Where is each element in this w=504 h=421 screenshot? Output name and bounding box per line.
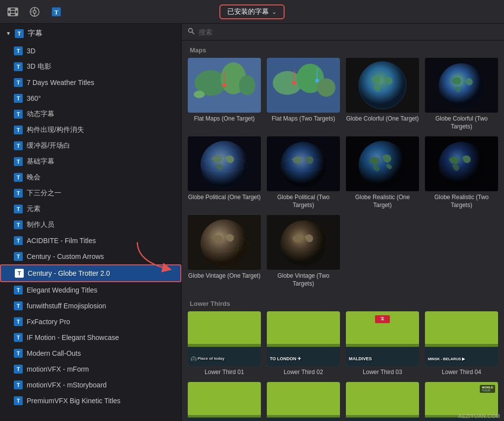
thumb-label: Flat Maps (One Target) [194, 115, 254, 123]
thumb-lt-01: Place of today [188, 311, 261, 366]
music-icon[interactable] [28, 5, 42, 19]
grid-item-globe-colorful-two[interactable]: Globe Colorful (Two Targets) [425, 58, 498, 130]
sidebar-item-dynamic[interactable]: T 动态字幕 [0, 106, 181, 122]
sidebar-item-party[interactable]: T 晚会 [0, 169, 181, 185]
maps-section-header: Maps [182, 41, 504, 58]
svg-point-36 [439, 63, 485, 109]
sidebar-item-component[interactable]: T 构件出现/构件消失 [0, 122, 181, 138]
thumb-label: Lower Third 01 [205, 369, 244, 377]
sidebar-item-label: 动态字幕 [27, 110, 175, 119]
toolbar-icons: T [6, 5, 63, 19]
sidebar-item-label: 元素 [27, 205, 175, 213]
sidebar-item-if-motion[interactable]: T IF Motion - Elegant Showcase [0, 330, 181, 345]
svg-point-20 [239, 75, 255, 95]
grid-item-lt-02[interactable]: TO LONDON ✈ Lower Third 02 [267, 311, 340, 377]
svg-rect-7 [8, 14, 10, 15]
thumb-globe-colorful-two [425, 58, 498, 113]
svg-point-45 [359, 141, 406, 188]
title-icon[interactable]: T [49, 5, 63, 19]
sidebar-item-credits[interactable]: T 制作人员 [0, 217, 181, 233]
thumb-lt-02: TO LONDON ✈ [267, 311, 340, 366]
sidebar-item-elements[interactable]: T 元素 [0, 201, 181, 217]
sidebar-item-custom-arrows[interactable]: T Century - Custom Arrows [0, 249, 181, 264]
grid-item-lt-01[interactable]: Place of today Lower Third 01 [188, 311, 261, 377]
sidebar-item-label: ACIDBITE - Film Titles [27, 237, 175, 245]
main-layout: ▼ T 字幕 T 3D T 3D 电影 T 7 Days Weather Tit… [0, 24, 504, 421]
svg-rect-5 [8, 8, 10, 10]
sidebar-item-premiumvfx[interactable]: T PremiumVFX Big Kinetic Titles [0, 393, 181, 409]
svg-point-38 [201, 141, 248, 188]
svg-point-53 [281, 220, 327, 266]
film-icon[interactable] [6, 5, 20, 19]
thumb-lt-03: MALDIVES 🏝 [346, 311, 419, 366]
sidebar-item-3d[interactable]: T 3D [0, 43, 181, 59]
lower-thirds-section-header: Lower Thirds [182, 294, 504, 311]
sidebar-item-lower-third[interactable]: T 下三分之一 [0, 185, 181, 201]
grid-item-flat-maps-two[interactable]: Flat Maps (Two Targets) [267, 58, 340, 130]
sidebar-item-label: Elegant Wedding Titles [27, 286, 175, 294]
sidebar-item-modern-callouts[interactable]: T Modern Call-Outs [0, 345, 181, 361]
sidebar-item-label: 缓冲器/开场白 [27, 141, 175, 150]
grid-item-lt-04[interactable]: MINSK - BELARUS ▶ Lower Third 04 [425, 311, 498, 377]
sidebar-item-3d-movie[interactable]: T 3D 电影 [0, 59, 181, 75]
search-bar [182, 24, 504, 41]
grid-item-lt-05[interactable]: Lower Third 05 [188, 382, 261, 421]
sidebar-item-label: funwithstuff Emojisplosion [27, 302, 175, 310]
sidebar-item-globe-trotter[interactable]: T Century - Globe Trotter 2.0 [0, 264, 181, 282]
t-icon: T [14, 189, 23, 198]
thumb-lt-06: BIG SALE [267, 382, 340, 421]
grid-item-globe-political-two[interactable]: Globe Political (Two Targets) [267, 136, 340, 209]
thumb-globe-vintage-two [267, 215, 340, 270]
search-input[interactable] [199, 28, 498, 36]
sidebar-item-elegant-wedding[interactable]: T Elegant Wedding Titles [0, 282, 181, 298]
t-icon: T [14, 365, 23, 374]
svg-point-10 [33, 10, 36, 13]
sidebar-item-mstoryboard[interactable]: T motionVFX - mStoryboard [0, 377, 181, 393]
grid-item-lt-06[interactable]: BIG SALE Lower Third 06 [267, 382, 340, 421]
sidebar-item-7days[interactable]: T 7 Days Weather Titles [0, 75, 181, 90]
grid-item-globe-political-one[interactable]: Globe Political (One Target) [188, 136, 261, 209]
grid-item-globe-realistic-one[interactable]: Globe Realistic (One Target) [346, 136, 419, 209]
sidebar-item-mform[interactable]: T motionVFX - mForm [0, 361, 181, 377]
sidebar-item-emoji[interactable]: T funwithstuff Emojisplosion [0, 298, 181, 314]
thumb-label: Globe Colorful (Two Targets) [425, 115, 498, 130]
sidebar-item-360[interactable]: T 360° [0, 90, 181, 106]
t-icon: T [14, 396, 23, 405]
thumb-label: Globe Realistic (Two Targets) [425, 194, 498, 209]
grid-item-flat-maps-one[interactable]: Flat Maps (One Target) [188, 58, 261, 130]
installed-button[interactable]: 已安装的字幕 ⌄ [219, 4, 285, 19]
sidebar-header[interactable]: ▼ T 字幕 [0, 24, 181, 43]
t-icon: T [14, 252, 23, 261]
grid-item-lt-03[interactable]: MALDIVES 🏝 Lower Third 03 [346, 311, 419, 377]
thumb-globe-realistic-two [425, 136, 498, 191]
svg-point-22 [222, 84, 226, 87]
toolbar: T 已安装的字幕 ⌄ [0, 0, 504, 24]
sidebar-item-label: 基础字幕 [27, 157, 175, 166]
thumb-label: Globe Realistic (One Target) [346, 194, 419, 209]
thumb-lt-07 [346, 382, 419, 421]
installed-dropdown[interactable]: 已安装的字幕 ⌄ [219, 4, 285, 19]
sidebar-item-basic[interactable]: T 基础字幕 [0, 154, 181, 169]
sidebar-item-label: motionVFX - mForm [27, 365, 175, 373]
thumb-label: Flat Maps (Two Targets) [272, 115, 335, 123]
grid-item-globe-vintage-one[interactable]: Globe Vintage (One Target) [188, 215, 261, 288]
sidebar-item-buffer[interactable]: T 缓冲器/开场白 [0, 138, 181, 154]
sidebar-item-fxfactory[interactable]: T FxFactory Pro [0, 314, 181, 330]
grid-item-lt-07[interactable]: Lower Third 07 [346, 382, 419, 421]
t-icon: T [14, 236, 23, 245]
thumb-globe-political-one [188, 136, 261, 191]
thumb-flat-maps-one [188, 58, 261, 113]
t-icon: T [14, 94, 23, 103]
chevron-icon: ⌄ [272, 8, 277, 15]
maps-grid: Flat Maps (One Target) Fla [182, 58, 504, 294]
thumb-globe-political-two [267, 136, 340, 191]
grid-item-globe-realistic-two[interactable]: Globe Realistic (Two Targets) [425, 136, 498, 209]
sidebar-item-label: 晚会 [27, 173, 175, 182]
sidebar-item-acidbite[interactable]: T ACIDBITE - Film Titles [0, 233, 181, 249]
svg-point-28 [293, 81, 296, 84]
grid-item-globe-vintage-two[interactable]: Globe Vintage (Two Targets) [267, 215, 340, 288]
grid-item-globe-colorful-one[interactable]: Globe Colorful (One Target) [346, 58, 419, 130]
grid-item-lt-08[interactable]: WORLD TOUR Lower Third 08 [425, 382, 498, 421]
thumb-lt-04: MINSK - BELARUS ▶ [425, 311, 498, 366]
t-icon: T [14, 126, 23, 134]
